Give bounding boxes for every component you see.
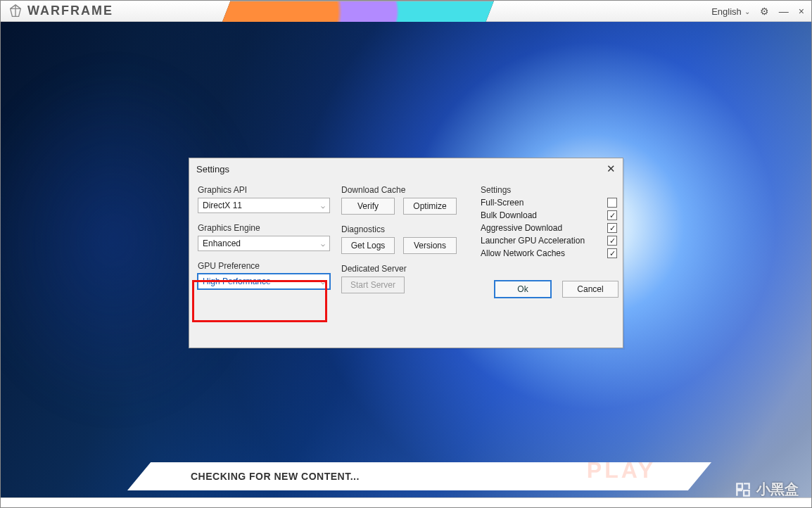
section-download-cache: Download Cache Verify Optimize — [340, 184, 471, 216]
banner-strip — [222, 1, 494, 22]
launcher-window: WARFRAME English ⌄ ⚙ — × WHAT'S NEW PRIM… — [0, 0, 812, 508]
section-gpu-preference: GPU Preference High Performance ⌵ — [196, 260, 331, 291]
titlebar: WARFRAME English ⌄ ⚙ — × — [1, 1, 811, 22]
settings-check-list: Full-Screen Bulk Download ✓ Aggressive D… — [481, 198, 617, 258]
graphics-engine-label: Graphics Engine — [198, 223, 330, 233]
gpu-pref-label: GPU Preference — [198, 261, 330, 271]
section-dedicated-server: Dedicated Server Start Server — [340, 262, 471, 295]
play-button[interactable]: PLAY — [540, 452, 702, 488]
check-aggressive-download: Aggressive Download ✓ — [481, 223, 617, 233]
check-fullscreen: Full-Screen — [481, 198, 617, 208]
language-label: English — [711, 6, 742, 17]
dedicated-buttons: Start Server — [341, 277, 469, 293]
diagnostics-label: Diagnostics — [341, 224, 469, 234]
dialog-close-icon[interactable]: ✕ — [607, 163, 616, 175]
chevron-down-icon: ⌵ — [321, 240, 325, 248]
section-settings-checks: Settings Full-Screen Bulk Download ✓ Agg… — [479, 184, 618, 260]
chevron-down-icon: ⌄ — [744, 8, 750, 15]
optimize-button[interactable]: Optimize — [403, 198, 457, 215]
graphics-api-label: Graphics API — [198, 185, 330, 195]
graphics-api-select[interactable]: DirectX 11 ⌵ — [198, 198, 330, 213]
gpu-pref-select[interactable]: High Performance ⌵ — [198, 274, 330, 289]
dedicated-label: Dedicated Server — [341, 264, 469, 274]
diagnostics-buttons: Get Logs Versions — [341, 237, 469, 254]
dialog-body: Graphics API DirectX 11 ⌵ Graphics Engin… — [189, 179, 623, 348]
col-cache: Download Cache Verify Optimize Diagnosti… — [340, 184, 471, 341]
chevron-down-icon: ⌵ — [321, 278, 325, 286]
section-graphics-api: Graphics API DirectX 11 ⌵ — [196, 184, 331, 215]
get-logs-button[interactable]: Get Logs — [341, 237, 395, 254]
chevron-down-icon: ⌵ — [321, 202, 325, 210]
gear-icon[interactable]: ⚙ — [760, 6, 769, 17]
start-server-button[interactable]: Start Server — [341, 277, 405, 293]
col-graphics: Graphics API DirectX 11 ⌵ Graphics Engin… — [196, 184, 331, 341]
graphics-api-value: DirectX 11 — [203, 201, 242, 210]
brand-area: WARFRAME — [1, 4, 113, 19]
download-cache-buttons: Verify Optimize — [341, 198, 469, 215]
checkbox-aggressive-download[interactable]: ✓ — [607, 223, 617, 233]
gpu-pref-value: High Performance — [203, 277, 271, 286]
graphics-engine-select[interactable]: Enhanced ⌵ — [198, 236, 330, 251]
check-network-caches: Allow Network Caches ✓ — [481, 248, 617, 258]
checkbox-fullscreen[interactable] — [607, 198, 617, 208]
section-graphics-engine: Graphics Engine Enhanced ⌵ — [196, 222, 331, 253]
settings-header: Settings — [481, 185, 617, 195]
ok-button[interactable]: Ok — [495, 281, 551, 298]
col-settings: Settings Full-Screen Bulk Download ✓ Agg… — [479, 184, 618, 341]
check-bulk-download: Bulk Download ✓ — [481, 210, 617, 220]
watermark-text: 小黑盒 — [756, 480, 799, 499]
check-label: Allow Network Caches — [481, 248, 565, 258]
checkbox-network-caches[interactable]: ✓ — [607, 248, 617, 258]
dialog-titlebar: Settings ✕ — [189, 158, 623, 179]
cancel-button[interactable]: Cancel — [562, 281, 618, 298]
banner-image — [222, 1, 494, 22]
check-label: Launcher GPU Acceleration — [481, 236, 585, 246]
language-selector[interactable]: English ⌄ — [711, 6, 750, 17]
dialog-title-text: Settings — [196, 164, 229, 174]
checkbox-bulk-download[interactable]: ✓ — [607, 210, 617, 220]
settings-dialog: Settings ✕ Graphics API DirectX 11 ⌵ Gra… — [189, 158, 623, 348]
watermark: 小黑盒 — [734, 480, 799, 499]
footer-line — [1, 497, 811, 507]
checkbox-gpu-accel[interactable]: ✓ — [607, 236, 617, 246]
brand-text: WARFRAME — [27, 4, 113, 18]
section-diagnostics: Diagnostics Get Logs Versions — [340, 223, 471, 255]
dialog-action-row: Ok Cancel — [479, 281, 618, 298]
warframe-logo-icon — [8, 4, 23, 19]
check-gpu-accel: Launcher GPU Acceleration ✓ — [481, 236, 617, 246]
check-label: Full-Screen — [481, 198, 524, 208]
download-cache-label: Download Cache — [341, 185, 469, 195]
close-icon[interactable]: × — [799, 6, 804, 17]
check-label: Bulk Download — [481, 210, 537, 220]
minimize-icon[interactable]: — — [779, 6, 789, 17]
verify-button[interactable]: Verify — [341, 198, 395, 215]
status-text: CHECKING FOR NEW CONTENT... — [191, 471, 360, 482]
graphics-engine-value: Enhanced — [203, 239, 241, 248]
play-label: PLAY — [587, 457, 656, 483]
versions-button[interactable]: Versions — [403, 237, 457, 254]
check-label: Aggressive Download — [481, 223, 562, 233]
watermark-icon — [734, 481, 752, 499]
titlebar-controls: English ⌄ ⚙ — × — [711, 1, 804, 22]
